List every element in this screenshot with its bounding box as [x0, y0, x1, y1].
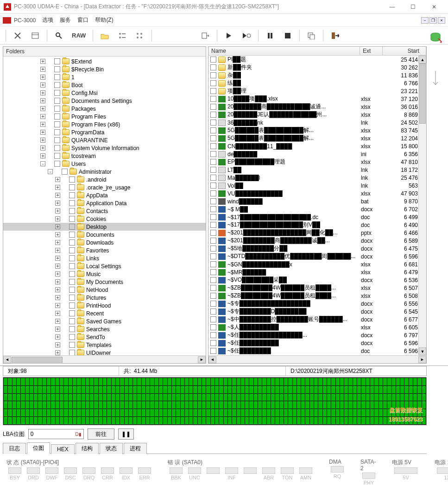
- tree-item[interactable]: +SendTo: [3, 333, 206, 341]
- tree-item[interactable]: +Local Settings: [3, 262, 206, 270]
- expander-icon[interactable]: +: [40, 130, 45, 135]
- scroll-up-icon[interactable]: ▲: [419, 56, 426, 63]
- expander-icon[interactable]: +: [55, 319, 60, 324]
- tool-task[interactable]: [27, 29, 43, 43]
- file-checkbox[interactable]: [210, 104, 216, 110]
- tool-pause[interactable]: [262, 29, 278, 43]
- file-checkbox[interactable]: [210, 167, 216, 173]
- file-row[interactable]: 20███████商███████████诚通...xlsx36 016 6: [208, 103, 426, 111]
- expander-icon[interactable]: +: [40, 114, 45, 119]
- file-list[interactable]: PI██题25 414 5新██件夹30 262 0杂██11 836 9练██…: [208, 56, 426, 355]
- file-vscrollbar[interactable]: ▲ ▼: [418, 56, 426, 355]
- tree-item[interactable]: +QUARANTINE: [3, 136, 206, 144]
- tree-checkbox[interactable]: [69, 216, 75, 222]
- file-checkbox[interactable]: [210, 135, 216, 141]
- file-checkbox[interactable]: [210, 143, 216, 149]
- tool-raw[interactable]: RAW: [69, 29, 89, 43]
- file-hscrollbar[interactable]: ◄ ►: [208, 355, 426, 363]
- side-arrow-icon[interactable]: [427, 72, 444, 86]
- tool-exit[interactable]: [327, 29, 343, 43]
- tree-item[interactable]: +NetHood: [3, 286, 206, 294]
- file-row[interactable]: PI██题25 414 5: [208, 56, 426, 63]
- file-row[interactable]: wind██████bat9 870 5: [208, 197, 426, 205]
- tree-item[interactable]: -Users: [3, 160, 206, 168]
- col-name[interactable]: Name: [208, 47, 360, 55]
- col-start[interactable]: Start: [383, 47, 426, 55]
- file-row[interactable]: ~$VO████████采██docx6 536 8: [208, 276, 426, 284]
- file-row[interactable]: 练██6 766 9: [208, 79, 426, 87]
- tree-item[interactable]: +Downloads: [3, 239, 206, 246]
- file-row[interactable]: ~$任██████████docx6 596 0: [208, 339, 426, 347]
- tree-item[interactable]: +Desktop: [3, 223, 206, 231]
- tool-settings[interactable]: [10, 29, 25, 43]
- file-checkbox[interactable]: [210, 80, 216, 86]
- lba-pause-button[interactable]: ❚❚: [118, 428, 134, 440]
- file-checkbox[interactable]: [210, 222, 216, 228]
- expander-icon[interactable]: +: [55, 350, 60, 355]
- tree-checkbox[interactable]: [69, 350, 75, 355]
- tree-checkbox[interactable]: [69, 334, 75, 340]
- expander-icon[interactable]: +: [55, 287, 60, 292]
- tree-item[interactable]: +1: [3, 73, 206, 81]
- expander-icon[interactable]: +: [55, 201, 60, 206]
- tree-checkbox[interactable]: [69, 279, 75, 285]
- file-row[interactable]: ~$中████████控████████账号██████...docx6 677…: [208, 315, 426, 323]
- tree-item[interactable]: +$Extend: [3, 57, 206, 65]
- tree-item[interactable]: +Pictures: [3, 294, 206, 302]
- side-drive-icon[interactable]: [427, 31, 444, 44]
- tab-结构[interactable]: 结构: [76, 443, 99, 454]
- tree-checkbox[interactable]: [69, 271, 75, 277]
- tree-item[interactable]: +Config.Msi: [3, 89, 206, 97]
- file-row[interactable]: ~$17██████████████████.dcdoc6 499 3: [208, 213, 426, 221]
- tree-checkbox[interactable]: [54, 161, 60, 167]
- file-row[interactable]: 5G██████表██████████解...xlsx83 745 3: [208, 126, 426, 134]
- lba-input[interactable]: 0 D▮: [28, 429, 84, 439]
- file-row[interactable]: 新██件夹30 262 0: [208, 63, 426, 71]
- tree-item[interactable]: +Favorites: [3, 246, 206, 254]
- expander-icon[interactable]: +: [55, 256, 60, 261]
- file-checkbox[interactable]: [210, 301, 216, 307]
- file-row[interactable]: ~$MR██████xlsx6 479 1: [208, 268, 426, 276]
- tree-checkbox[interactable]: [69, 200, 75, 206]
- tree-checkbox[interactable]: [69, 192, 75, 198]
- tree-checkbox[interactable]: [69, 302, 75, 309]
- tree-checkbox[interactable]: [69, 287, 75, 293]
- tree-checkbox[interactable]: [54, 129, 60, 135]
- tree-item[interactable]: -Administrator: [3, 168, 206, 176]
- file-checkbox[interactable]: [210, 332, 216, 338]
- expander-icon[interactable]: +: [55, 327, 60, 332]
- scroll-left-icon[interactable]: ◄: [3, 356, 11, 363]
- tree-checkbox[interactable]: [54, 145, 60, 151]
- expander-icon[interactable]: +: [55, 248, 60, 253]
- expander-icon[interactable]: +: [55, 216, 60, 221]
- tab-进程[interactable]: 进程: [124, 443, 147, 454]
- file-row[interactable]: 10████项███.xlsxxlsx37 120 3: [208, 95, 426, 103]
- scroll-down-icon[interactable]: ▼: [419, 347, 426, 355]
- file-checkbox[interactable]: [210, 64, 216, 70]
- expander-icon[interactable]: +: [55, 264, 60, 269]
- tree-item[interactable]: +tcostream: [3, 152, 206, 160]
- scroll-thumb[interactable]: [12, 357, 63, 363]
- tree-checkbox[interactable]: [69, 247, 75, 253]
- tool-list1[interactable]: [114, 29, 130, 43]
- file-checkbox[interactable]: [210, 88, 216, 94]
- file-checkbox[interactable]: [210, 72, 216, 78]
- expander-icon[interactable]: +: [55, 185, 60, 190]
- file-checkbox[interactable]: [210, 309, 216, 315]
- tree-checkbox[interactable]: [54, 58, 60, 64]
- tree-checkbox[interactable]: [54, 98, 60, 104]
- file-checkbox[interactable]: [210, 214, 216, 220]
- tree-item[interactable]: +Recent: [3, 309, 206, 317]
- file-checkbox[interactable]: [210, 246, 216, 252]
- file-row[interactable]: VU████████████xlsx47 903 4: [208, 189, 426, 197]
- tree-item[interactable]: +UIDowner: [3, 349, 206, 355]
- tree-checkbox[interactable]: [69, 342, 75, 348]
- tree-checkbox[interactable]: [54, 113, 60, 120]
- tree-checkbox[interactable]: [69, 184, 75, 190]
- expander-icon[interactable]: +: [55, 271, 60, 277]
- tree-checkbox[interactable]: [69, 310, 75, 316]
- expander-icon[interactable]: +: [40, 122, 45, 127]
- file-checkbox[interactable]: [210, 127, 216, 133]
- tab-日志[interactable]: 日志: [3, 443, 26, 454]
- maximize-button[interactable]: ☐: [403, 0, 423, 13]
